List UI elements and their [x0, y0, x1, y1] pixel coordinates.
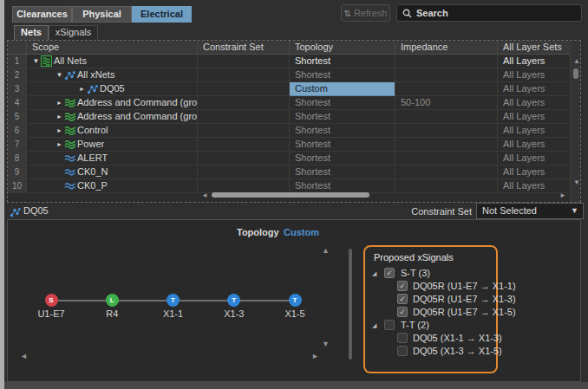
constraint-set-cell[interactable]	[198, 110, 290, 124]
group-label[interactable]: S-T (3)	[401, 268, 430, 278]
chevron-down-icon: ▼	[571, 204, 578, 218]
constraint-set-cell[interactable]	[198, 138, 290, 152]
topology-node-x1-5[interactable]: T	[289, 294, 302, 307]
expand-icon[interactable]: ►	[55, 110, 64, 123]
impedance-cell[interactable]	[395, 152, 498, 165]
canvas-scroll-down-icon[interactable]: ▼	[322, 340, 330, 348]
proposed-xsignal-row: ✓DQ05R (U1-E7 → X1-3)	[365, 293, 495, 306]
impedance-cell[interactable]	[395, 82, 498, 96]
scope-cell[interactable]: ►Address and Command (group2)	[27, 110, 198, 124]
canvas-scroll-up-icon[interactable]: ▲	[322, 247, 330, 255]
layer-sets-cell[interactable]: All Layers	[498, 55, 570, 68]
group-checkbox[interactable]: ✓	[384, 268, 395, 278]
constraint-set-cell[interactable]	[198, 152, 290, 165]
xsignal-label[interactable]: DQ05R (U1-E7 → X1-5)	[413, 307, 516, 317]
constraint-set-cell[interactable]	[198, 68, 290, 82]
topology-node-x1-1[interactable]: T	[167, 294, 180, 307]
xsignal-label[interactable]: DQ05 (X1-1 → X1-3)	[413, 333, 502, 343]
tab-electrical[interactable]: Electrical	[132, 6, 192, 23]
constraint-set-cell[interactable]	[198, 165, 290, 179]
layer-sets-cell[interactable]: All Layers	[498, 138, 570, 152]
constraint-set-cell[interactable]	[198, 55, 290, 68]
scope-label: ALERT	[77, 152, 108, 165]
tab-xsignals[interactable]: xSignals	[49, 25, 98, 40]
layer-sets-cell[interactable]: All Layers	[498, 165, 570, 179]
expand-icon[interactable]: ►	[55, 138, 64, 151]
scope-cell[interactable]: ►Power	[27, 138, 198, 152]
expand-icon[interactable]: ►	[55, 96, 64, 109]
scope-cell[interactable]: CK0_P	[27, 179, 198, 193]
table-vertical-scrollbar[interactable]: ▲ ▼	[570, 41, 580, 202]
constraint-set-cell[interactable]	[198, 124, 290, 138]
impedance-cell[interactable]	[395, 55, 498, 68]
collapse-icon[interactable]: ▼	[31, 55, 41, 68]
panel-scroll-thumb[interactable]	[349, 249, 352, 360]
xsignal-label[interactable]: DQ05 (X1-3 → X1-5)	[413, 346, 502, 356]
scope-cell[interactable]: ALERT	[27, 152, 198, 165]
table-horizontal-scrollbar[interactable]: ◄ ►	[198, 190, 570, 201]
topology-cell[interactable]: Shortest	[290, 96, 395, 110]
constraint-set-cell[interactable]	[198, 82, 290, 96]
constraint-set-dropdown[interactable]: Not Selected ▼	[476, 203, 584, 219]
layer-sets-cell[interactable]: All Layers	[498, 110, 570, 124]
xsignal-checkbox[interactable]	[397, 333, 408, 343]
impedance-cell[interactable]	[395, 165, 498, 179]
xsignal-checkbox[interactable]: ✓	[397, 307, 408, 317]
tree-collapse-icon[interactable]: ◢	[372, 270, 376, 276]
topology-cell[interactable]: Shortest	[290, 68, 395, 82]
group-label[interactable]: T-T (2)	[401, 320, 429, 330]
topology-cell[interactable]: Shortest	[290, 55, 395, 68]
canvas-scroll-left-icon[interactable]: ◄	[20, 353, 28, 360]
xsignal-label[interactable]: DQ05R (U1-E7 → X1-1)	[413, 281, 516, 291]
layer-sets-cell[interactable]: All Layers	[498, 124, 570, 138]
impedance-cell[interactable]	[395, 68, 498, 82]
header-num	[8, 41, 27, 55]
scroll-right-icon[interactable]: ►	[559, 192, 566, 199]
tab-clearances[interactable]: Clearances	[12, 6, 72, 23]
collapse-icon[interactable]: ▼	[55, 68, 64, 81]
layer-sets-cell[interactable]: All Layers	[498, 82, 570, 96]
scroll-down-icon[interactable]: ▼	[573, 179, 580, 186]
topology-cell[interactable]: Shortest	[290, 165, 395, 179]
xsignal-checkbox[interactable]: ✓	[397, 281, 408, 291]
expand-icon[interactable]: ►	[77, 82, 87, 95]
vertical-scroll-thumb[interactable]	[573, 68, 578, 79]
impedance-cell[interactable]	[395, 124, 498, 138]
topology-mode-link[interactable]: Custom	[284, 227, 319, 237]
scope-cell[interactable]: ►Control	[27, 124, 198, 138]
refresh-button[interactable]: ⇅Refresh	[341, 4, 390, 22]
scope-cell[interactable]: ▼All Nets	[27, 55, 198, 68]
search-input[interactable]	[416, 6, 578, 20]
layer-sets-cell[interactable]: All Layers	[498, 96, 570, 110]
topology-cell[interactable]: Shortest	[290, 124, 395, 138]
canvas-scroll-right-icon[interactable]: ►	[311, 353, 319, 360]
xsignal-checkbox[interactable]	[397, 346, 408, 356]
scope-cell[interactable]: CK0_N	[27, 165, 198, 179]
topology-cell[interactable]: Shortest	[290, 138, 395, 152]
scope-cell[interactable]: ►Address and Command (group1)	[27, 96, 198, 110]
scroll-left-icon[interactable]: ◄	[201, 192, 208, 199]
impedance-cell[interactable]	[395, 110, 498, 124]
constraint-set-cell[interactable]	[198, 96, 290, 110]
topology-node-x1-3[interactable]: T	[227, 294, 240, 307]
topology-cell[interactable]: Custom	[290, 82, 395, 96]
tab-physical[interactable]: Physical	[72, 6, 132, 23]
scope-cell[interactable]: ▼All xNets	[27, 68, 198, 82]
xsignal-checkbox[interactable]: ✓	[397, 294, 408, 304]
scroll-up-icon[interactable]: ▲	[573, 58, 580, 65]
topology-cell[interactable]: Shortest	[290, 152, 395, 165]
topology-cell[interactable]: Shortest	[290, 110, 395, 124]
expand-icon[interactable]: ►	[55, 124, 64, 137]
impedance-cell[interactable]: 50-100	[395, 96, 498, 110]
impedance-cell[interactable]	[395, 138, 498, 152]
xsignal-label[interactable]: DQ05R (U1-E7 → X1-3)	[413, 294, 516, 304]
layer-sets-cell[interactable]: All Layers	[498, 68, 570, 82]
topology-node-u1-e7[interactable]: S	[45, 294, 58, 307]
layer-sets-cell[interactable]: All Layers	[498, 152, 570, 165]
scope-cell[interactable]: ►DQ05	[27, 82, 198, 96]
tree-collapse-icon[interactable]: ◢	[372, 322, 376, 328]
horizontal-scroll-thumb[interactable]	[212, 192, 369, 198]
topology-node-r4[interactable]: L	[106, 294, 119, 307]
group-checkbox[interactable]	[384, 320, 395, 330]
tab-nets[interactable]: Nets	[14, 25, 49, 40]
